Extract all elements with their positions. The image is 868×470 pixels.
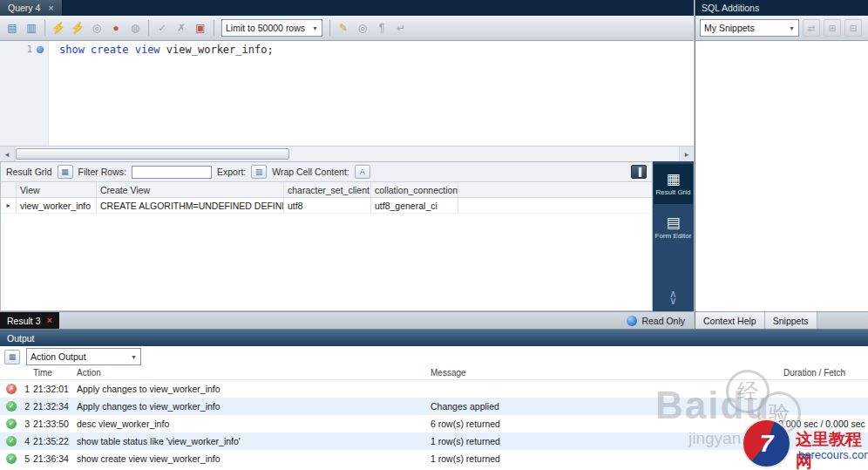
result-grid-icon: ▦ [666, 172, 680, 187]
output-row[interactable]: ✓ 3 21:33:50 desc view_worker_info 6 row… [0, 415, 868, 433]
cell-view[interactable]: view_worker_info [17, 198, 97, 213]
output-type-icon[interactable]: ▦ [4, 350, 20, 364]
result-3-label: Result 3 [7, 316, 41, 326]
column-header-view[interactable]: View [17, 182, 97, 197]
column-header-character-set-client[interactable]: character_set_client [284, 182, 371, 197]
tab-context-help[interactable]: Context Help [695, 312, 765, 329]
copy-snippet-icon[interactable]: ⊟ [844, 19, 862, 37]
wrap-text-icon[interactable]: ↵ [392, 19, 410, 37]
invisible-characters-icon[interactable]: ¶ [373, 19, 390, 37]
row-index: 5 [19, 453, 30, 464]
toggle-stop-on-error-icon[interactable]: ◍ [126, 19, 144, 37]
sql-additions-title: SQL Additions [702, 3, 759, 13]
error-status-icon: ✗ [6, 384, 17, 394]
column-header-filler [458, 182, 652, 197]
read-only-status: Read Only [627, 316, 694, 326]
row-index: 1 [19, 384, 30, 394]
limit-rows-dropdown[interactable]: Limit to 50000 rows ▼ [221, 19, 322, 37]
row-selector-header [1, 182, 17, 197]
row-duration: 0.000 sec / 0.000 sec [778, 419, 865, 429]
save-icon[interactable]: ▥ [23, 19, 40, 37]
row-message: 1 row(s) returned [431, 453, 500, 464]
sql-code-editor[interactable]: 1 show create view view_worker_info; [0, 41, 694, 146]
rollback-icon[interactable]: ✗ [173, 19, 190, 37]
column-header-collation-connection[interactable]: collation_connection [371, 182, 458, 197]
cell-character-set-client[interactable]: utf8 [284, 198, 371, 213]
output-row[interactable]: ✓ 5 21:36:34 show create view view_worke… [0, 450, 868, 467]
snippets-dropdown-value: My Snippets [704, 23, 755, 33]
tab-snippets[interactable]: Snippets [765, 312, 817, 329]
snippets-toolbar: My Snippets ▼ ⇄ ⊞ ⊟ [695, 16, 868, 41]
find-icon[interactable]: ◎ [354, 19, 371, 37]
limit-rows-value: Limit to 50000 rows [226, 23, 305, 33]
export-icon[interactable]: ▥ [251, 165, 267, 179]
cell-collation-connection[interactable]: utf8_general_ci [371, 198, 458, 213]
scroll-right-icon[interactable]: ▸ [679, 146, 694, 161]
row-time: 21:33:50 [33, 419, 69, 429]
action-output-dropdown[interactable]: Action Output ▼ [26, 348, 141, 365]
row-action: desc view_worker_info [77, 419, 169, 429]
tab-result-grid[interactable]: ▦ Result Grid [654, 164, 693, 204]
snippets-label: Snippets [773, 316, 809, 326]
row-index: 4 [19, 436, 30, 446]
snippets-dropdown[interactable]: My Snippets ▼ [700, 19, 799, 37]
open-file-icon[interactable]: ▤ [3, 19, 21, 37]
toggle-sidebar-icon[interactable]: ▐ [631, 165, 647, 179]
toolbar-separator [148, 20, 149, 36]
result-view-switcher: ▦ Result Grid ▤ Form Editor ∧ ∨ [653, 161, 694, 311]
wrap-cell-content-icon[interactable]: A [355, 165, 370, 179]
mysql-workbench-window: Query 4 × ▤ ▥ ⚡ ⚡ ◎ ● ◍ ✓ ✗ ▣ Limit to 5… [0, 0, 868, 470]
sql-keywords: show create view [59, 44, 166, 56]
filter-rows-input[interactable] [132, 166, 212, 179]
output-row[interactable]: ✗ 1 21:32:01 Apply changes to view_worke… [0, 380, 868, 398]
tab-query-4[interactable]: Query 4 × [0, 0, 63, 16]
collapse-expand-control[interactable]: ∧ ∨ [669, 290, 677, 304]
row-time: 21:32:34 [33, 401, 69, 412]
toolbar-separator [214, 20, 214, 36]
output-row[interactable]: ✓ 4 21:35:22 show table status like 'vie… [0, 433, 868, 450]
row-index: 3 [19, 419, 30, 429]
row-marker-icon[interactable]: ▸ [1, 198, 17, 213]
table-row[interactable]: ▸ view_worker_info CREATE ALGORITHM=UNDE… [1, 198, 652, 214]
read-only-label: Read Only [641, 316, 685, 326]
commit-icon[interactable]: ✓ [153, 19, 171, 37]
tab-result-3[interactable]: Result 3 × [0, 312, 59, 329]
sql-additions-pane: SQL Additions My Snippets ▼ ⇄ ⊞ ⊟ Contex… [695, 0, 868, 329]
output-toolbar: ▦ Action Output ▼ [0, 346, 868, 367]
column-header-message: Message [431, 368, 466, 378]
export-label: Export: [217, 167, 246, 177]
close-icon[interactable]: × [47, 316, 52, 325]
column-header-create-view[interactable]: Create View [97, 182, 284, 197]
stop-icon[interactable]: ● [107, 19, 125, 37]
execute-icon[interactable]: ⚡ [50, 19, 67, 37]
autocommit-icon[interactable]: ▣ [192, 19, 209, 37]
scroll-left-icon[interactable]: ◂ [0, 146, 15, 161]
row-message: Changes applied [431, 401, 499, 412]
snippets-list-area[interactable] [695, 41, 868, 311]
query-editor-pane: Query 4 × ▤ ▥ ⚡ ⚡ ◎ ● ◍ ✓ ✗ ▣ Limit to 5… [0, 0, 694, 329]
cell-create-view[interactable]: CREATE ALGORITHM=UNDEFINED DEFINER=`r... [97, 198, 284, 213]
output-row[interactable]: ✓ 2 21:32:34 Apply changes to view_worke… [0, 398, 868, 415]
tab-form-editor[interactable]: ▤ Form Editor [654, 208, 693, 248]
beautify-script-icon[interactable]: ✎ [335, 19, 352, 37]
success-status-icon: ✓ [6, 453, 17, 464]
row-action: show create view view_worker_info [77, 453, 220, 464]
close-icon[interactable]: × [48, 3, 53, 13]
column-header-action: Action [77, 368, 101, 378]
column-header-time: Time [33, 368, 52, 378]
success-status-icon: ✓ [6, 436, 17, 446]
execute-current-statement-icon[interactable]: ⚡ [69, 19, 86, 37]
chevron-down-icon[interactable]: ∨ [669, 297, 677, 304]
result-grid[interactable]: View Create View character_set_client co… [1, 182, 652, 310]
output-table-header: Time Action Message Duration / Fetch [0, 367, 868, 380]
row-action: Apply changes to view_worker_info [77, 384, 220, 394]
sql-text[interactable]: show create view view_worker_info; [49, 41, 694, 146]
scrollbar-thumb[interactable] [16, 148, 289, 160]
insert-snippet-icon[interactable]: ⊞ [824, 19, 841, 37]
explain-icon[interactable]: ◎ [88, 19, 105, 37]
editor-horizontal-scrollbar[interactable]: ◂ ▸ [0, 146, 694, 161]
replace-snippet-icon[interactable]: ⇄ [803, 19, 820, 37]
row-time: 21:32:01 [33, 384, 69, 394]
grid-icon[interactable]: ▦ [58, 165, 73, 179]
row-action: Apply changes to view_worker_info [77, 401, 220, 412]
